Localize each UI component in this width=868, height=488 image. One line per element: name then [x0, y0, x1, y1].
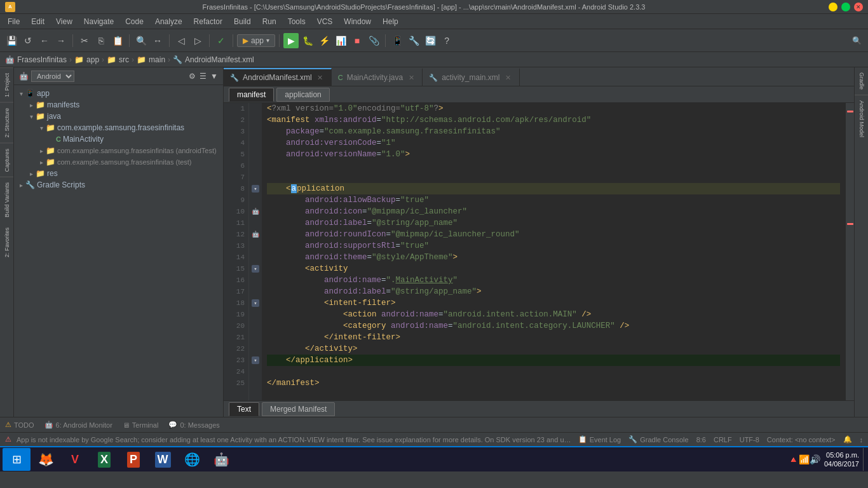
code-line-21: </intent-filter>	[267, 332, 840, 343]
menu-tools[interactable]: Tools	[283, 16, 311, 27]
bc-main[interactable]: main	[149, 55, 165, 64]
tb-paste[interactable]: 📋	[110, 33, 125, 48]
tree-item-androidtest[interactable]: ▸ 📁 com.example.samsung.frasesinfinitas …	[14, 145, 223, 156]
tab-manifest-close[interactable]: ✕	[316, 73, 325, 82]
tb-copy[interactable]: ⎘	[93, 33, 109, 48]
bc-app[interactable]: app	[86, 55, 99, 64]
tab-android-manifest[interactable]: 🔧 AndroidManifest.xml ✕	[224, 68, 332, 86]
sub-tab-application[interactable]: application	[276, 88, 329, 102]
taskbar-firefox[interactable]: 🦊	[32, 448, 60, 471]
ph-gear-icon[interactable]: ☰	[200, 72, 207, 81]
bc-file-icon: 🔧	[173, 55, 182, 64]
sidebar-item-captures[interactable]: Captures	[0, 143, 13, 177]
menu-navigate[interactable]: Navigate	[79, 16, 119, 27]
panel-terminal[interactable]: 🖥 Terminal	[123, 421, 159, 429]
sync-project-button[interactable]: 🔄	[423, 33, 438, 48]
tree-item-res[interactable]: ▸ 📁 res	[14, 168, 223, 179]
menu-refactor[interactable]: Refactor	[189, 16, 227, 27]
tb-forward[interactable]: ▷	[190, 33, 205, 48]
tab-mainactivity-close[interactable]: ✕	[407, 73, 416, 82]
tab-mainactivity[interactable]: C MainActivity.java ✕	[332, 68, 423, 86]
minimize-button[interactable]	[829, 3, 837, 11]
taskbar-word[interactable]: W	[149, 448, 177, 471]
debug-button[interactable]: 🐛	[300, 33, 315, 48]
tb-save[interactable]: 💾	[4, 33, 19, 48]
tb-find[interactable]: 🔍	[133, 33, 149, 48]
coverage-button[interactable]: ⚡	[316, 33, 332, 48]
tree-item-manifests[interactable]: ▸ 📁 manifests	[14, 99, 223, 111]
taskbar-show-desktop[interactable]	[863, 448, 865, 471]
tree-item-test[interactable]: ▸ 📁 com.example.samsung.frasesinfinitas …	[14, 156, 223, 168]
app-selector[interactable]: ▶ app ▾	[237, 34, 275, 47]
bottom-tab-merged-manifest[interactable]: Merged Manifest	[262, 402, 335, 416]
code-line-4: android:versionCode="1"	[267, 137, 840, 149]
sdk-button[interactable]: 🔧	[406, 33, 421, 48]
menu-code[interactable]: Code	[120, 16, 149, 27]
bottom-tab-text[interactable]: Text	[229, 402, 259, 416]
profile-button[interactable]: 📊	[333, 33, 348, 48]
menu-build[interactable]: Build	[229, 16, 256, 27]
attach-button[interactable]: 📎	[366, 33, 381, 48]
tb-search[interactable]: 🔍	[849, 33, 864, 48]
bc-src[interactable]: src	[119, 55, 129, 64]
menu-analyze[interactable]: Analyze	[150, 16, 187, 27]
ph-sync-icon[interactable]: ⚙	[189, 72, 196, 81]
close-button[interactable]: ✕	[854, 3, 863, 11]
bc-frases[interactable]: FrasesInfinitas	[17, 55, 67, 64]
tb-check[interactable]: ✓	[214, 33, 229, 48]
tree-item-gradle[interactable]: ▸ 🔧 Gradle Scripts	[14, 179, 223, 191]
menu-help[interactable]: Help	[377, 16, 403, 27]
title-bar: A FrasesInfinitas - [C:\Users\Samsung\An…	[0, 0, 868, 14]
ph-collapse-icon[interactable]: ▼	[210, 72, 218, 81]
project-view-selector[interactable]: Android	[31, 71, 74, 82]
tb-redo[interactable]: →	[53, 33, 69, 48]
tab-activity-close[interactable]: ✕	[504, 73, 513, 82]
panel-android-monitor[interactable]: 🤖 6: Android Monitor	[44, 421, 112, 429]
menu-window[interactable]: Window	[339, 16, 376, 27]
code-content[interactable]: <?xml version="1.0" encoding="utf-8"?> <…	[262, 103, 845, 400]
gutter: ▾ 🤖 🤖 ▾ ▾ ▾	[249, 103, 262, 400]
stop-button[interactable]: ■	[349, 33, 365, 48]
sidebar-item-project[interactable]: 1: Project	[0, 67, 13, 102]
tb-back[interactable]: ◁	[173, 33, 189, 48]
tree-item-mainactivity[interactable]: C MainActivity	[14, 133, 223, 145]
start-button[interactable]: ⊞	[3, 448, 31, 471]
menu-view[interactable]: View	[51, 16, 78, 27]
sidebar-item-favorites[interactable]: 2: Favorites	[0, 222, 13, 262]
tree-item-java[interactable]: ▾ 📁 java	[14, 111, 223, 122]
sidebar-item-structure[interactable]: 2: Structure	[0, 102, 13, 143]
taskbar-powerpoint[interactable]: P	[119, 448, 147, 471]
run-button[interactable]: ▶	[283, 33, 299, 48]
sidebar-item-android-model[interactable]: Android Model	[855, 95, 868, 142]
avd-button[interactable]: 📱	[390, 33, 405, 48]
tree-item-package[interactable]: ▾ 📁 com.example.samsung.frasesinfinitas	[14, 122, 223, 133]
tb-replace[interactable]: ↔	[150, 33, 165, 48]
tree-item-app[interactable]: ▾ 📱 app	[14, 88, 223, 99]
bc-manifest[interactable]: AndroidManifest.xml	[185, 55, 254, 64]
taskbar-excel[interactable]: X	[90, 448, 118, 471]
tb-cut[interactable]: ✂	[77, 33, 92, 48]
sub-tab-manifest[interactable]: manifest	[229, 88, 274, 102]
menu-vcs[interactable]: VCS	[312, 16, 338, 27]
taskbar-vivaldi[interactable]: V	[61, 448, 89, 471]
sidebar-item-gradle[interactable]: Gradle	[855, 67, 868, 95]
taskbar-android-studio[interactable]: 🤖	[207, 448, 235, 471]
error-dot-1[interactable]	[847, 111, 853, 112]
taskbar-chrome[interactable]: 🌐	[178, 448, 206, 471]
tab-activity-main[interactable]: 🔧 activity_main.xml ✕	[423, 68, 519, 86]
tb-undo[interactable]: ←	[37, 33, 52, 48]
panel-messages[interactable]: 💬 0: Messages	[168, 421, 219, 429]
help-btn[interactable]: ?	[439, 33, 454, 48]
menu-run[interactable]: Run	[257, 16, 281, 27]
maximize-button[interactable]	[841, 3, 850, 11]
sidebar-item-build-variants[interactable]: Build Variants	[0, 177, 13, 222]
error-dot-2[interactable]	[847, 223, 853, 225]
code-line-11: android:label="@string/app_name"	[267, 217, 840, 229]
status-warning-text[interactable]: App is not indexable by Google Search; c…	[17, 436, 573, 444]
menu-file[interactable]: File	[3, 16, 25, 27]
tb-sync[interactable]: ↺	[20, 33, 36, 48]
status-event-log[interactable]: 📋 Event Log	[578, 435, 621, 444]
panel-todo[interactable]: ⚠ TODO	[5, 421, 34, 429]
menu-edit[interactable]: Edit	[26, 16, 50, 27]
status-gradle-console[interactable]: 🔧 Gradle Console	[628, 435, 688, 444]
